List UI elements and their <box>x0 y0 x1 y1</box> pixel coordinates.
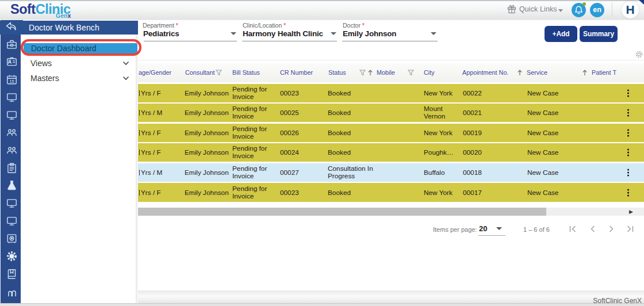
svg-text:15: 15 <box>9 79 14 84</box>
